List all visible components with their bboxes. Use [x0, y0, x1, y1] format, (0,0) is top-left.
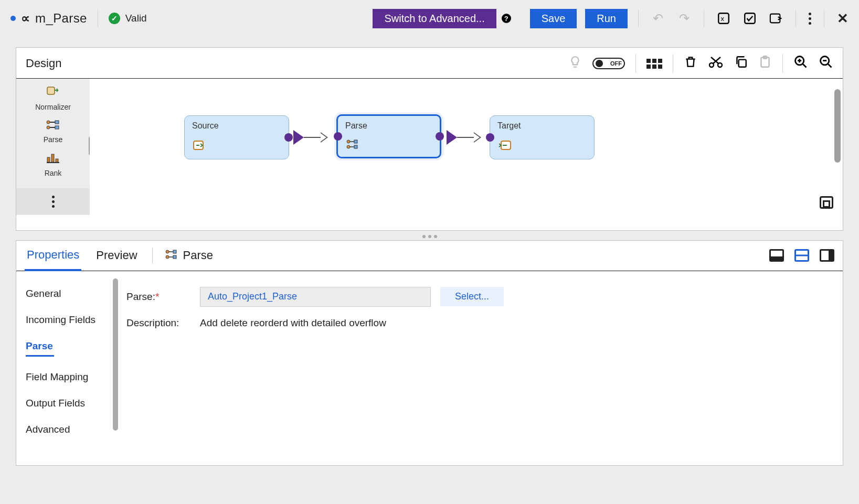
connector-line	[304, 137, 322, 138]
input-port[interactable]	[486, 133, 494, 142]
parse-asset-value: Auto_Project1_Parse	[208, 291, 297, 302]
svg-rect-24	[354, 145, 357, 148]
parse-asset-input[interactable]: Auto_Project1_Parse	[200, 287, 431, 307]
design-canvas[interactable]: Source Parse	[90, 79, 843, 215]
paste-icon	[758, 55, 772, 72]
tab-preview[interactable]: Preview	[94, 241, 139, 270]
side-tab-parse[interactable]: Parse	[16, 333, 116, 364]
side-tab-field-mapping[interactable]: Field Mapping	[16, 364, 116, 390]
side-tab-general[interactable]: General	[16, 281, 116, 307]
layout-bottom-icon[interactable]	[769, 249, 784, 262]
side-tab-advanced[interactable]: Advanced	[16, 416, 116, 443]
unsaved-indicator-dot	[10, 16, 16, 21]
svg-rect-3	[770, 14, 780, 23]
app-header: ∝ m_Parse ✓ Valid Switch to Advanced... …	[0, 0, 859, 37]
target-node-icon	[499, 141, 511, 154]
parse-field-label: Parse:*	[126, 291, 200, 303]
svg-point-5	[718, 63, 722, 67]
svg-rect-18	[56, 159, 58, 162]
svg-rect-28	[173, 250, 176, 253]
output-port[interactable]	[436, 132, 444, 141]
select-parse-button[interactable]: Select...	[440, 287, 504, 306]
design-title: Design	[26, 57, 61, 70]
mapping-title: m_Parse	[35, 11, 87, 26]
validation-status[interactable]: ✓ Valid	[109, 13, 147, 24]
design-panel: Design OFF	[16, 47, 843, 231]
svg-rect-15	[55, 126, 59, 129]
side-tab-output-fields[interactable]: Output Fields	[16, 390, 116, 416]
toggle-label: OFF	[610, 60, 622, 67]
selected-node-breadcrumb: Parse	[165, 249, 213, 262]
sql-preview-icon[interactable]	[769, 12, 783, 25]
flow-arrow-icon	[447, 130, 457, 145]
valid-label: Valid	[125, 13, 147, 24]
svg-rect-11	[47, 87, 55, 94]
palette-more-icon[interactable]	[16, 188, 90, 215]
hint-bulb-icon[interactable]	[568, 55, 582, 72]
divider	[635, 54, 636, 73]
properties-form: Parse:* Auto_Project1_Parse Select... De…	[116, 271, 843, 466]
zoom-out-icon[interactable]	[819, 55, 833, 73]
divider	[782, 54, 783, 73]
svg-point-4	[709, 63, 714, 67]
parameters-icon[interactable]: x	[717, 12, 730, 25]
undo-icon: ↶	[651, 12, 665, 25]
advanced-help-icon[interactable]: ?	[502, 14, 511, 23]
palette-label: Normalizer	[35, 103, 71, 111]
transformation-palette: Normalizer Parse Rank	[16, 79, 90, 215]
delete-icon[interactable]	[684, 55, 697, 72]
toggle-switch[interactable]: OFF	[592, 58, 625, 69]
node-parse[interactable]: Parse	[336, 114, 441, 158]
save-button[interactable]: Save	[530, 9, 577, 28]
palette-label: Rank	[45, 169, 62, 177]
cut-icon[interactable]	[708, 55, 724, 72]
node-title: Source	[192, 121, 281, 131]
minimap-icon[interactable]	[820, 196, 833, 209]
svg-text:x: x	[721, 15, 725, 23]
palette-item-parse[interactable]: Parse	[44, 115, 63, 148]
arrange-grid-icon[interactable]	[646, 59, 662, 69]
properties-panel: Properties Preview Parse General Incom	[16, 240, 843, 466]
tab-properties[interactable]: Properties	[25, 241, 81, 271]
svg-point-21	[347, 140, 350, 143]
layout-right-icon[interactable]	[820, 249, 834, 262]
description-value: Add delete reorderd with detailed overfl…	[200, 317, 386, 329]
svg-point-22	[347, 145, 350, 148]
side-tab-incoming-fields[interactable]: Incoming Fields	[16, 307, 116, 333]
more-menu-icon[interactable]	[809, 13, 811, 25]
svg-point-27	[166, 255, 169, 259]
layout-split-icon[interactable]	[794, 249, 809, 262]
toggle-dot-icon	[596, 60, 603, 67]
palette-item-rank[interactable]: Rank	[45, 148, 62, 181]
node-source[interactable]: Source	[184, 115, 289, 159]
svg-rect-6	[739, 59, 746, 67]
zoom-in-icon[interactable]	[793, 55, 808, 73]
panel-splitter[interactable]	[16, 233, 843, 240]
connector-line	[457, 137, 475, 138]
selected-node-name: Parse	[183, 249, 213, 262]
svg-point-13	[47, 126, 50, 129]
valid-check-icon: ✓	[109, 13, 120, 24]
side-scrollbar[interactable]	[113, 278, 118, 431]
copy-icon[interactable]	[734, 55, 748, 72]
divider	[638, 9, 639, 27]
input-port[interactable]	[334, 132, 342, 141]
canvas-scrollbar[interactable]	[834, 89, 841, 163]
svg-rect-16	[47, 157, 50, 162]
description-label: Description:	[126, 317, 200, 329]
arrowhead-icon	[321, 132, 328, 143]
divider	[98, 9, 98, 27]
parse-icon	[165, 249, 178, 262]
source-node-icon	[193, 141, 206, 154]
switch-advanced-button[interactable]: Switch to Advanced...	[373, 9, 496, 28]
output-port[interactable]	[284, 133, 293, 142]
close-icon[interactable]: ✕	[837, 10, 849, 27]
validate-icon[interactable]	[743, 12, 757, 25]
run-button[interactable]: Run	[585, 9, 628, 28]
palette-label: Parse	[44, 135, 63, 144]
node-title: Target	[497, 121, 587, 131]
design-toolbar: OFF	[568, 54, 833, 73]
node-target[interactable]: Target	[490, 115, 595, 159]
svg-point-12	[47, 121, 50, 124]
palette-item-normalizer[interactable]: Normalizer	[35, 82, 71, 115]
